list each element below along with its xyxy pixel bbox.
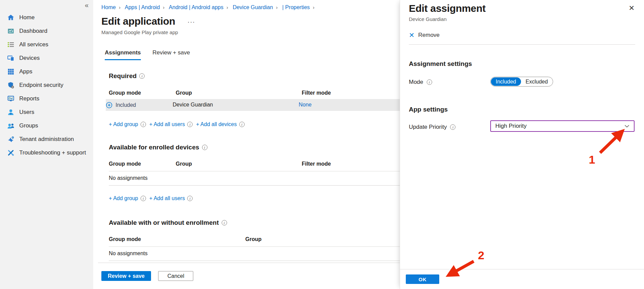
tab-assignments[interactable]: Assignments	[105, 49, 141, 60]
endpoint-security-icon	[7, 81, 15, 89]
sidebar: « Home Dashboard All services Devices Ap…	[0, 0, 93, 289]
apps-icon	[7, 68, 15, 75]
info-icon[interactable]: i	[139, 73, 145, 79]
column-header: Group mode	[109, 90, 141, 96]
remove-x-icon: ✕	[409, 31, 415, 39]
section-heading: Available with or without enrollment	[109, 219, 219, 226]
add-all-users-link[interactable]: + Add all users	[149, 121, 185, 127]
page-subtitle: Managed Google Play private app	[101, 29, 400, 35]
empty-assignments-row: No assignments	[109, 246, 400, 261]
app-settings-heading: App settings	[409, 106, 635, 113]
groups-icon	[7, 122, 15, 129]
info-icon[interactable]: i	[202, 145, 207, 150]
breadcrumb-link-properties[interactable]: | Properties	[282, 4, 310, 10]
close-icon[interactable]: ✕	[628, 4, 635, 12]
home-icon	[7, 14, 15, 21]
sidebar-item-label: Troubleshooting + support	[19, 149, 86, 156]
add-all-devices-link[interactable]: + Add all devices	[196, 121, 237, 127]
table-header-row: Group mode Group Filter mode	[109, 161, 400, 168]
breadcrumb-link-android-apps[interactable]: Android | Android apps	[169, 4, 224, 10]
info-icon[interactable]: i	[427, 79, 432, 85]
cancel-button[interactable]: Cancel	[158, 271, 193, 281]
cell-group: Device Guardian	[173, 102, 213, 108]
sidebar-item-label: Reports	[19, 95, 40, 102]
sidebar-item-reports[interactable]: Reports	[0, 92, 93, 105]
mode-included-option[interactable]: Included	[491, 77, 521, 86]
sidebar-item-label: Groups	[19, 122, 38, 129]
review-save-button[interactable]: Review + save	[101, 271, 151, 281]
column-header: Filter mode	[302, 161, 331, 167]
column-header: Group	[176, 90, 192, 96]
more-menu-button[interactable]: ···	[188, 18, 195, 26]
mode-label: Mode	[409, 79, 423, 86]
sidebar-nav: Home Dashboard All services Devices Apps…	[0, 0, 93, 160]
info-icon[interactable]: i	[187, 122, 193, 127]
main-content: Home› Apps | Android› Android | Android …	[93, 0, 400, 289]
column-header: Group mode	[109, 161, 141, 167]
sidebar-item-tenant-administration[interactable]: Tenant administration	[0, 133, 93, 146]
reports-icon	[7, 95, 15, 102]
troubleshooting-icon	[7, 149, 15, 156]
section-required: Required i Group mode Group Filter mode …	[109, 72, 400, 127]
sidebar-item-troubleshooting[interactable]: Troubleshooting + support	[0, 146, 93, 160]
chevron-right-icon: ›	[163, 4, 165, 10]
sidebar-item-groups[interactable]: Groups	[0, 119, 93, 133]
tab-bar: Assignments Review + save	[105, 49, 400, 60]
assignment-settings-heading: Assignment settings	[409, 60, 635, 68]
sidebar-item-label: Dashboard	[19, 28, 47, 34]
sidebar-item-label: Apps	[19, 68, 32, 75]
table-row[interactable]: Included Device Guardian None	[106, 99, 400, 111]
main-footer: Review + save Cancel	[98, 263, 400, 289]
sidebar-collapse-icon[interactable]: «	[85, 1, 89, 9]
mode-toggle[interactable]: Included Excluded	[490, 77, 553, 87]
sidebar-item-devices[interactable]: Devices	[0, 51, 93, 65]
sidebar-item-endpoint-security[interactable]: Endpoint security	[0, 78, 93, 92]
sidebar-item-label: Endpoint security	[19, 82, 63, 89]
info-icon[interactable]: i	[187, 196, 193, 201]
column-header: Group mode	[109, 236, 141, 242]
dashboard-icon	[7, 27, 15, 35]
remove-button[interactable]: ✕ Remove	[409, 31, 453, 39]
add-group-link[interactable]: + Add group	[109, 121, 138, 127]
sidebar-item-label: Users	[19, 109, 34, 116]
info-icon[interactable]: i	[141, 122, 146, 127]
info-icon[interactable]: i	[450, 124, 455, 130]
breadcrumb: Home› Apps | Android› Android | Android …	[93, 0, 400, 10]
sidebar-item-label: Home	[19, 14, 34, 21]
breadcrumb-link-apps-android[interactable]: Apps | Android	[125, 4, 160, 10]
empty-label: No assignments	[109, 175, 148, 181]
info-icon[interactable]: i	[141, 196, 146, 201]
add-all-users-link[interactable]: + Add all users	[149, 195, 185, 201]
ok-button[interactable]: OK	[406, 274, 439, 284]
update-priority-label: Update Priority	[409, 124, 447, 130]
panel-title: Edit assignment	[409, 3, 635, 14]
sidebar-item-label: Tenant administration	[19, 136, 74, 143]
breadcrumb-link-home[interactable]: Home	[101, 4, 116, 10]
panel-divider	[409, 44, 635, 45]
sidebar-item-dashboard[interactable]: Dashboard	[0, 24, 93, 38]
column-header: Filter mode	[302, 90, 331, 96]
column-header: Group	[245, 236, 262, 242]
mode-excluded-option[interactable]: Excluded	[521, 79, 553, 85]
chevron-right-icon: ›	[313, 4, 315, 10]
panel-subtitle: Device Guardian	[409, 16, 635, 22]
breadcrumb-link-device-guardian[interactable]: Device Guardian	[233, 4, 273, 10]
update-priority-dropdown[interactable]: High Priority	[490, 120, 635, 132]
info-icon[interactable]: i	[239, 122, 245, 127]
panel-footer: OK	[400, 269, 644, 289]
empty-assignments-row: No assignments	[109, 171, 400, 186]
sidebar-item-users[interactable]: Users	[0, 105, 93, 119]
tab-review-save[interactable]: Review + save	[152, 49, 190, 59]
table-header-row: Group mode Group	[109, 236, 400, 244]
tenant-admin-icon	[7, 136, 15, 143]
sidebar-item-all-services[interactable]: All services	[0, 38, 93, 51]
table-header-row: Group mode Group Filter mode	[109, 90, 400, 97]
cell-filter-mode[interactable]: None	[299, 102, 312, 108]
add-group-link[interactable]: + Add group	[109, 195, 138, 201]
update-priority-value: High Priority	[495, 123, 527, 129]
sidebar-item-apps[interactable]: Apps	[0, 65, 93, 78]
chevron-right-icon: ›	[276, 4, 278, 10]
page-title: Edit application	[101, 16, 175, 27]
sidebar-item-home[interactable]: Home	[0, 11, 93, 24]
info-icon[interactable]: i	[222, 220, 227, 225]
